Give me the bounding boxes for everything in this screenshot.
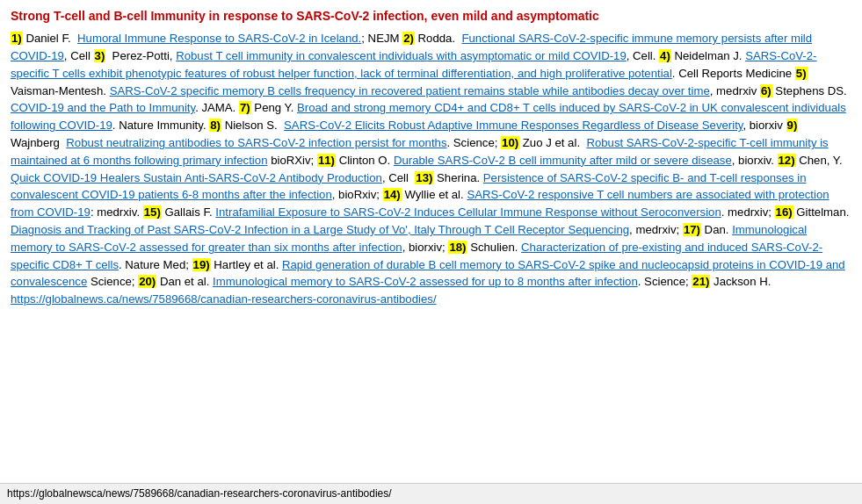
ref-num-6: 6) <box>760 84 772 97</box>
ref-num-19: 19) <box>192 258 211 271</box>
ref-link-21[interactable]: https://globalnews.ca/news/7589668/canad… <box>11 292 437 306</box>
ref-num-21: 21) <box>692 275 710 288</box>
ref-num-12: 12) <box>778 154 796 167</box>
ref-num-18: 18) <box>448 241 467 254</box>
ref-num-4: 4) <box>659 49 671 62</box>
ref-num-7: 7) <box>239 101 251 114</box>
ref-num-2: 2) <box>402 32 415 45</box>
ref-num-20: 20) <box>138 275 156 288</box>
status-bar: https://globalnewsca/news/7589668/canadi… <box>0 483 862 504</box>
ref-num-15: 15) <box>143 205 162 219</box>
content-area: 1) Daniel F. Humoral Immune Response to … <box>11 30 851 308</box>
ref-link-12[interactable]: Quick COVID-19 Healers Sustain Anti-SARS… <box>11 171 382 184</box>
ref-link-6[interactable]: COVID-19 and the Path to Immunity <box>11 101 195 114</box>
status-url: https://globalnewsca/news/7589668/canadi… <box>7 487 392 500</box>
ref-link-1[interactable]: Humoral Immune Response to SARS-CoV-2 in… <box>77 32 361 45</box>
ref-num-3: 3) <box>94 49 106 62</box>
ref-link-15[interactable]: Intrafamilial Exposure to SARS-CoV-2 Ind… <box>215 205 721 219</box>
ref-num-16: 16) <box>775 205 793 219</box>
ref-num-9: 9) <box>786 119 799 132</box>
ref-link-8[interactable]: SARS-CoV-2 Elicits Robust Adaptive Immun… <box>284 119 742 132</box>
ref-link-9[interactable]: Robust neutralizing antibodies to SARS-C… <box>66 136 446 149</box>
ref-link-3[interactable]: Robust T cell immunity in convalescent i… <box>176 49 627 62</box>
ref-link-5[interactable]: SARS-CoV-2 specific memory B cells frequ… <box>110 84 710 97</box>
ref-num-1: 1) <box>11 32 23 45</box>
ref-num-13: 13) <box>415 171 433 184</box>
ref-num-10: 10) <box>501 136 519 149</box>
ref-num-11: 11) <box>317 154 336 167</box>
ref-num-17: 17) <box>683 223 701 236</box>
ref-num-14: 14) <box>383 188 402 201</box>
ref-num-8: 8) <box>209 119 221 132</box>
ref-num-5: 5) <box>795 67 808 80</box>
title: Strong T-cell and B-cell Immunity in res… <box>11 7 851 25</box>
ref-link-11[interactable]: Durable SARS-CoV-2 B cell immunity after… <box>394 154 732 167</box>
ref-link-20[interactable]: Immunological memory to SARS-CoV-2 asses… <box>213 275 638 288</box>
ref-link-16[interactable]: Diagnosis and Tracking of Past SARS-CoV-… <box>11 223 629 236</box>
